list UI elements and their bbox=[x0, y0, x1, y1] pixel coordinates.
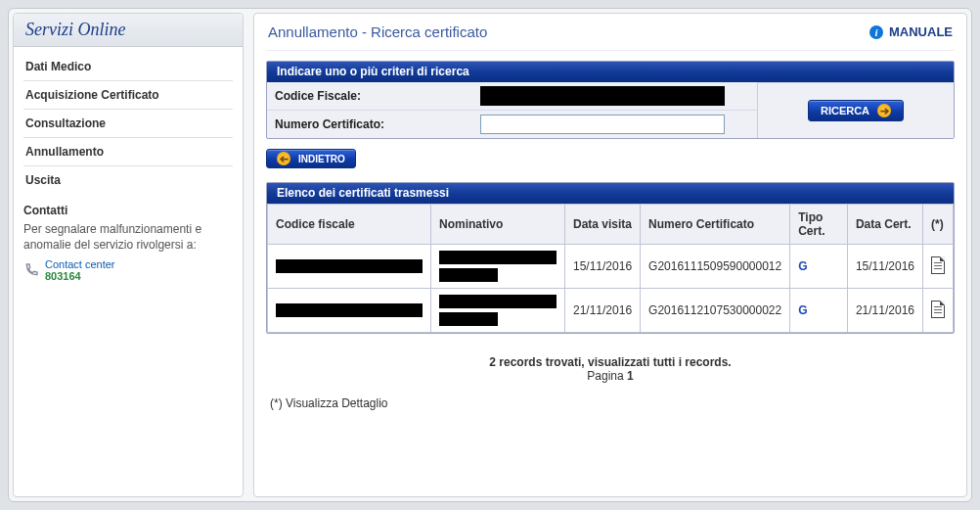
table-row: 15/11/2016 G2016111509590000012 G 15/11/… bbox=[268, 245, 954, 289]
cell-numero-cert: G2016111509590000012 bbox=[641, 245, 790, 289]
cell-tipo-cert: G bbox=[790, 245, 848, 289]
table-header-row: Codice fiscale Nominativo Data visita Nu… bbox=[268, 205, 954, 245]
detail-legend: (*) Visualizza Dettaglio bbox=[266, 389, 955, 418]
search-panel: Indicare uno o più criteri di ricerca Co… bbox=[266, 61, 955, 139]
numero-certificato-input[interactable] bbox=[480, 115, 725, 134]
redacted-text bbox=[439, 268, 498, 282]
col-tipo-cert: Tipo Cert. bbox=[790, 205, 848, 245]
cell-codice bbox=[268, 289, 431, 333]
redacted-text bbox=[439, 312, 498, 326]
detail-icon[interactable] bbox=[931, 301, 945, 318]
cell-data-visita: 15/11/2016 bbox=[565, 245, 641, 289]
sidebar-item-acquisizione[interactable]: Acquisizione Certificato bbox=[23, 81, 233, 110]
numero-certificato-label: Numero Certificato: bbox=[275, 117, 480, 131]
contacts-title: Contatti bbox=[23, 204, 233, 217]
sidebar-item-uscita[interactable]: Uscita bbox=[23, 166, 233, 194]
page-title: Annullamento - Ricerca certificato bbox=[268, 23, 487, 40]
manual-label: MANUALE bbox=[889, 24, 953, 39]
indietro-label: INDIETRO bbox=[298, 154, 345, 164]
results-table: Codice fiscale Nominativo Data visita Nu… bbox=[267, 204, 954, 333]
contacts-text: Per segnalare malfunzionamenti e anomali… bbox=[23, 221, 233, 253]
contact-center-number: 803164 bbox=[45, 270, 115, 282]
app-frame: Servizi Online Dati Medico Acquisizione … bbox=[8, 8, 972, 502]
redacted-text bbox=[276, 303, 423, 317]
manual-link[interactable]: i MANUALE bbox=[869, 24, 953, 39]
sidebar-menu: Dati Medico Acquisizione Certificato Con… bbox=[14, 47, 243, 194]
cell-tipo-cert: G bbox=[790, 289, 848, 333]
col-numero-cert: Numero Certificato bbox=[641, 205, 790, 245]
ricerca-button[interactable]: RICERCA ➔ bbox=[808, 100, 904, 121]
cell-nominativo bbox=[431, 289, 565, 333]
cell-detail bbox=[923, 245, 954, 289]
redacted-text bbox=[439, 251, 557, 264]
sidebar-item-annullamento[interactable]: Annullamento bbox=[23, 138, 233, 166]
sidebar-title: Servizi Online bbox=[14, 14, 243, 47]
info-icon: i bbox=[869, 25, 883, 39]
indietro-button[interactable]: ➔ INDIETRO bbox=[266, 149, 356, 168]
search-panel-title: Indicare uno o più criteri di ricerca bbox=[267, 62, 954, 82]
sidebar: Servizi Online Dati Medico Acquisizione … bbox=[13, 13, 244, 497]
codice-fiscale-label: Codice Fiscale: bbox=[275, 89, 480, 103]
tipo-cert-link[interactable]: G bbox=[798, 259, 807, 273]
sidebar-item-consultazione[interactable]: Consultazione bbox=[23, 110, 233, 138]
ricerca-label: RICERCA bbox=[821, 105, 869, 116]
col-nominativo: Nominativo bbox=[431, 205, 565, 245]
page-label: Pagina bbox=[587, 369, 627, 383]
col-data-cert: Data Cert. bbox=[847, 205, 922, 245]
col-detail: (*) bbox=[923, 205, 954, 245]
cell-numero-cert: G2016112107530000022 bbox=[641, 289, 790, 333]
col-codice: Codice fiscale bbox=[268, 205, 431, 245]
main-panel: Annullamento - Ricerca certificato i MAN… bbox=[253, 13, 967, 497]
tipo-cert-link[interactable]: G bbox=[798, 303, 807, 317]
results-summary: 2 records trovati, visualizzati tutti i … bbox=[266, 344, 955, 389]
redacted-text bbox=[439, 295, 557, 308]
main-header: Annullamento - Ricerca certificato i MAN… bbox=[266, 18, 955, 51]
page-number: 1 bbox=[627, 369, 634, 383]
phone-icon bbox=[23, 259, 39, 281]
codice-fiscale-input[interactable] bbox=[480, 86, 725, 106]
cell-codice bbox=[268, 245, 431, 289]
contact-center-link[interactable]: Contact center 803164 bbox=[23, 258, 233, 282]
results-panel-title: Elenco dei certificati trasmessi bbox=[267, 183, 954, 204]
cell-data-cert: 15/11/2016 bbox=[847, 245, 922, 289]
contact-center-label: Contact center bbox=[45, 258, 115, 270]
sidebar-item-dati-medico[interactable]: Dati Medico bbox=[23, 53, 233, 81]
results-panel: Elenco dei certificati trasmessi Codice … bbox=[266, 182, 955, 334]
cell-detail bbox=[923, 289, 954, 333]
col-data-visita: Data visita bbox=[565, 205, 641, 245]
arrow-right-icon: ➔ bbox=[877, 104, 891, 117]
contacts-box: Contatti Per segnalare malfunzionamenti … bbox=[14, 194, 243, 290]
detail-icon[interactable] bbox=[931, 256, 945, 274]
cell-nominativo bbox=[431, 245, 565, 289]
cell-data-cert: 21/11/2016 bbox=[847, 289, 922, 333]
table-row: 21/11/2016 G2016112107530000022 G 21/11/… bbox=[268, 289, 954, 333]
redacted-text bbox=[276, 259, 423, 273]
cell-data-visita: 21/11/2016 bbox=[565, 289, 641, 333]
arrow-left-icon: ➔ bbox=[277, 152, 290, 165]
